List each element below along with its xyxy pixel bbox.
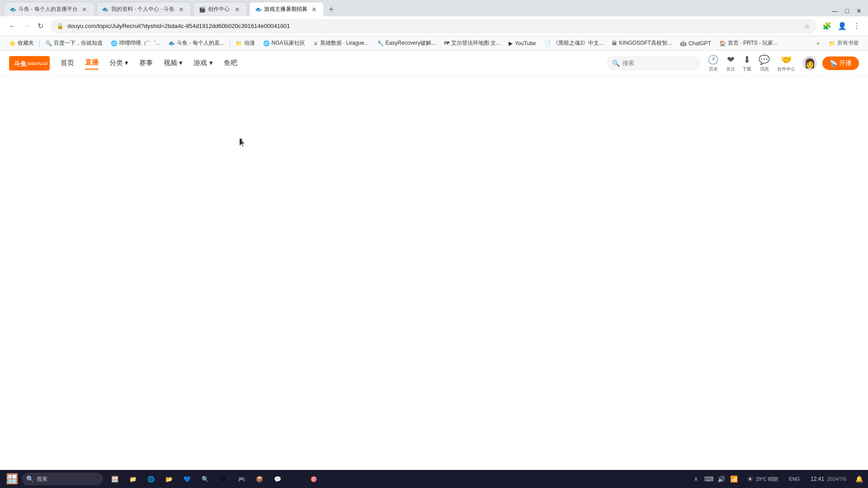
bookmark-label: 百度一下，你就知道 [54, 39, 103, 47]
start-live-button[interactable]: 📡 开播 [822, 56, 859, 70]
time-display: 12:41 [811, 476, 824, 482]
bookmark-item-6[interactable]: ⚔英雄数据 · League... [310, 38, 373, 48]
taskbar-app-settings[interactable]: ⚙ [215, 471, 231, 487]
tray-notifications[interactable]: 🔔 [854, 474, 864, 484]
start-menu-button[interactable]: 🪟 [4, 471, 20, 487]
tray-sound[interactable]: 🔊 [716, 474, 727, 484]
bookmark-item-4[interactable]: 📁动漫 [232, 38, 259, 48]
tab-title: 斗鱼 - 每个人的直播平台 [19, 5, 78, 13]
bookmark-favicon: 📁 [236, 40, 242, 47]
header-icon-3[interactable]: 💬消息 [757, 52, 772, 74]
bookmark-item-8[interactable]: 🗺艾尔登法环地图·文... [440, 38, 504, 48]
bookmark-item-0[interactable]: ⭐收藏夹 [5, 38, 38, 48]
tray-keyboard[interactable]: ⌨ [703, 474, 714, 484]
tab-close-button[interactable]: ✕ [233, 5, 241, 14]
bookmark-item-7[interactable]: 🔧EasyRecovery破解... [373, 38, 439, 48]
bookmark-item-5[interactable]: 🌐NGA玩家社区 [259, 38, 309, 48]
address-nav: ← → ↻ [5, 19, 47, 33]
bookmark-label: YouTube [514, 40, 536, 47]
taskbar-search[interactable]: 🔍 搜索 [22, 473, 103, 485]
tab-tab1[interactable]: 🐟 斗鱼 - 每个人的直播平台 ✕ [4, 2, 94, 16]
nav-item-视频[interactable]: 视频 ▾ [164, 57, 183, 69]
taskbar-apps: 🪟📁🌐📂💙🔍⚙🎮📦💬♨🎯 [107, 471, 322, 487]
maximize-button[interactable]: □ [843, 5, 852, 16]
tab-close-button[interactable]: ✕ [310, 5, 318, 14]
tab-tab2[interactable]: 🐟 我的资料 · 个人中心 - 斗鱼 ✕ [96, 2, 192, 16]
search-input[interactable] [623, 60, 695, 66]
bookmark-label: ChatGPT [689, 40, 711, 47]
header-icon-2[interactable]: ⬇下载 [741, 52, 753, 74]
icon-label-0: 历史 [709, 66, 718, 72]
taskbar: 🪟 🔍 搜索 🪟📁🌐📂💙🔍⚙🎮📦💬♨🎯 ∧ ⌨ 🔊 📶 ☀ 29°C 晴朗 EN… [0, 470, 868, 488]
bookmarks-more-button[interactable]: » [813, 39, 823, 48]
tab-close-button[interactable]: ✕ [80, 5, 89, 14]
extensions-button[interactable]: 🧩 [820, 19, 834, 33]
nav-item-直播[interactable]: 直播 [85, 56, 99, 70]
bookmark-favicon: 🔧 [377, 40, 384, 47]
taskbar-app-edge[interactable]: 🌐 [143, 471, 159, 487]
close-button[interactable]: ✕ [854, 5, 864, 16]
refresh-button[interactable]: ↻ [34, 19, 47, 33]
nav-item-分类[interactable]: 分类 ▾ [109, 57, 128, 69]
back-button[interactable]: ← [5, 19, 19, 33]
taskbar-app-search[interactable]: 🔍 [197, 471, 213, 487]
icon-3: 💬 [759, 54, 770, 65]
bookmark-item-2[interactable]: 🌐哔哩哔哩（' '゜... [107, 38, 164, 48]
bookmark-item-13[interactable]: 🏠首页 · PRTS - 玩家... [716, 38, 781, 48]
bookmark-label: 哔哩哔哩（' '゜... [119, 39, 160, 47]
taskbar-app-java[interactable]: ♨ [288, 471, 304, 487]
bookmark-item-9[interactable]: ▶YouTube [505, 39, 539, 48]
bookmark-label: 斗鱼 - 每个人的直... [177, 39, 224, 47]
nav-item-首页[interactable]: 首页 [61, 57, 74, 69]
bookmarks-container: ⭐收藏夹🔍百度一下，你就知道🌐哔哩哔哩（' '゜...🐟斗鱼 - 每个人的直..… [5, 38, 811, 48]
tab-tab4[interactable]: 🐟 游戏主播暑期招募 ✕ [249, 2, 324, 16]
url-bar[interactable]: 🔒 douyu.com/topic/JulyRecruit?dyshid=2bd… [50, 19, 816, 33]
taskbar-app-store[interactable]: 📦 [251, 471, 268, 487]
bookmark-separator [230, 39, 230, 47]
tray-expand[interactable]: ∧ [691, 474, 702, 484]
menu-button[interactable]: ⋮ [851, 19, 863, 33]
logo-image: 斗鱼 DOUYU.COM [9, 56, 50, 70]
header-icon-0[interactable]: 🕐历史 [706, 52, 721, 74]
header-icon-4[interactable]: 🤝合作中心 [775, 52, 797, 74]
tab-tab3[interactable]: 🎬 创作中心 ✕ [193, 2, 247, 16]
all-bookmarks-button[interactable]: 📁 所有书签 [825, 38, 863, 48]
bookmark-label: NGA玩家社区 [272, 39, 305, 47]
search-box[interactable]: 🔍 [607, 56, 700, 70]
taskbar-time[interactable]: 12:41 2024/7/6 [807, 474, 850, 484]
language-text: ENG [789, 476, 800, 482]
taskbar-app-target[interactable]: 🎯 [306, 471, 322, 487]
taskbar-weather[interactable]: ☀ 29°C 晴朗 [743, 473, 782, 485]
taskbar-app-gaming[interactable]: 🎮 [233, 471, 250, 487]
taskbar-app-explorer[interactable]: 🪟 [107, 471, 123, 487]
header-icon-1[interactable]: ❤关注 [724, 52, 737, 74]
site-logo[interactable]: 斗鱼 DOUYU.COM [9, 56, 50, 70]
tray-wifi[interactable]: 📶 [729, 474, 740, 484]
bookmark-item-12[interactable]: 🤖ChatGPT [676, 39, 715, 48]
bookmark-item-10[interactable]: 📄《黑暗之魂3》中文... [541, 38, 608, 48]
new-tab-button[interactable]: + [325, 3, 337, 16]
taskbar-app-chrome[interactable]: 📁 [125, 471, 141, 487]
icon-label-4: 合作中心 [777, 66, 795, 72]
start-live-label: 开播 [839, 59, 852, 67]
tab-close-button[interactable]: ✕ [177, 5, 185, 14]
star-icon[interactable]: ☆ [804, 23, 810, 30]
nav-item-赛事[interactable]: 赛事 [139, 57, 153, 69]
taskbar-app-files[interactable]: 📂 [161, 471, 177, 487]
profile-button[interactable]: 👤 [835, 19, 849, 33]
minimize-button[interactable]: — [829, 5, 841, 16]
nav-item-游戏[interactable]: 游戏 ▾ [193, 57, 212, 69]
bookmark-label: 艾尔登法环地图·文... [451, 39, 500, 47]
taskbar-search-icon: 🔍 [26, 475, 34, 483]
bookmark-item-3[interactable]: 🐟斗鱼 - 每个人的直... [165, 38, 228, 48]
bookmark-favicon: 🐟 [168, 40, 175, 47]
nav-item-鱼吧[interactable]: 鱼吧 [224, 57, 237, 69]
url-icons: ☆ [804, 23, 810, 30]
svg-text:DOUYU.COM: DOUYU.COM [28, 61, 47, 66]
bookmark-item-11[interactable]: 🏛KINGOSOFT高校智... [608, 38, 675, 48]
taskbar-app-chat[interactable]: 💬 [269, 471, 286, 487]
bookmark-item-1[interactable]: 🔍百度一下，你就知道 [42, 38, 106, 48]
taskbar-app-synapse[interactable]: 💙 [179, 471, 195, 487]
user-avatar[interactable]: 👩 [802, 56, 817, 70]
taskbar-language[interactable]: ENG [785, 474, 803, 483]
